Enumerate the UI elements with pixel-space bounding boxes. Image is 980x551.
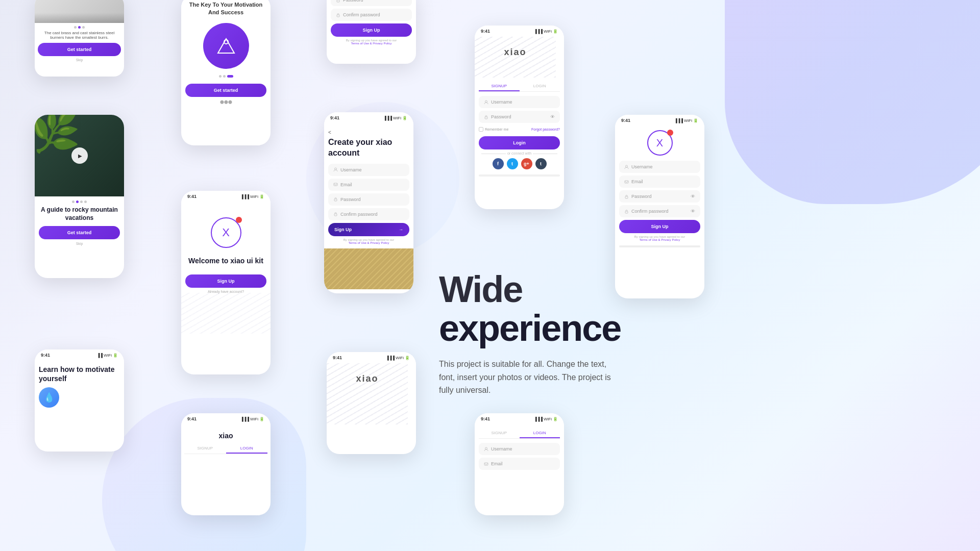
time-3: 9:41 (41, 353, 50, 358)
phone-welcome: 9:41 ▐▐▐WiFi🔋 X Welcome to xiao ui kit S… (181, 191, 271, 374)
svg-rect-9 (485, 117, 487, 119)
signup-arrow-btn-7[interactable]: Sign Up → (328, 223, 409, 236)
password-field-7[interactable]: Password (328, 193, 409, 206)
email-field-7[interactable]: Email (328, 179, 409, 191)
tumblr-icon[interactable]: t (535, 158, 547, 169)
back-arrow-7[interactable]: < (328, 128, 409, 137)
signup-btn-12[interactable]: Sign Up (619, 220, 700, 233)
time-10: 9:41 (333, 355, 342, 360)
description-text: This project is suitable for all. Change… (439, 358, 612, 397)
phone-mountain: The Key To Your Motivation And Success G… (181, 0, 271, 145)
svg-rect-4 (334, 199, 337, 201)
terms-7: By signing up you have agreed to our Ter… (328, 238, 409, 244)
time-9: 9:41 (481, 29, 490, 34)
progress-bar-9 (479, 174, 560, 177)
time-11: 9:41 (481, 416, 490, 421)
remember-checkbox-9[interactable] (479, 127, 483, 132)
welcome-title: Welcome to xiao ui kit (188, 256, 263, 266)
phone-xiao-bottom: 9:41 ▐▐▐WiFi🔋 xiao (327, 352, 416, 454)
signup-btn-5[interactable]: Sign Up (185, 274, 266, 288)
time-7: 9:41 (330, 115, 339, 120)
username-field-9[interactable]: Username (479, 96, 560, 108)
status-icons-6: ▐▐▐WiFi🔋 (240, 417, 264, 421)
confirm-password-field-7[interactable]: Confirm password (328, 208, 409, 220)
svg-point-12 (626, 165, 628, 167)
twitter-icon[interactable]: t (507, 158, 518, 169)
bottom-bar-12 (619, 245, 700, 247)
username-field-11[interactable]: Username (479, 443, 560, 455)
xiao-brand-6: xiao (184, 428, 267, 444)
product-desc: The cast brass and cast stainless steel … (38, 31, 121, 40)
confirm-password-field-12[interactable]: Confirm password 👁 (619, 205, 700, 217)
main-text-area: Wide experience This project is suitable… (439, 270, 643, 397)
stripe-decoration-7 (324, 248, 413, 289)
svg-rect-5 (334, 214, 337, 216)
signup-btn-8[interactable]: Sign Up (331, 23, 412, 37)
svg-rect-6 (337, 0, 339, 2)
skip-2[interactable]: Skip (39, 242, 120, 245)
tab-login-6[interactable]: LOGIN (226, 444, 268, 454)
headline-wide: Wide experience (439, 270, 643, 347)
terms-12: By signing up you have agreed to our Ter… (619, 235, 700, 241)
svg-point-2 (335, 168, 337, 170)
svg-point-8 (485, 101, 487, 103)
skip-1[interactable]: Skip (38, 58, 121, 62)
status-icons-5: ▐▐▐WiFi🔋 (240, 194, 264, 199)
facebook-icon[interactable]: f (493, 158, 504, 169)
xiao-brand-10: xiao (327, 363, 408, 389)
svg-rect-15 (625, 211, 628, 213)
login-btn-9[interactable]: Login (479, 136, 560, 149)
remember-label-9: Remember me (485, 128, 508, 131)
time-5: 9:41 (187, 194, 197, 199)
forgot-link-9[interactable]: Forgot password? (531, 128, 560, 131)
get-started-btn-2[interactable]: Get started (39, 226, 120, 239)
tab-signup-9[interactable]: SIGNUP (479, 82, 520, 91)
phone-signup-small: 9:41 ▐▐▐WiFi🔋 xiao SIGNUP LOGIN (181, 413, 271, 515)
password-field-8[interactable]: Password (331, 0, 412, 6)
tab-signup-6[interactable]: SIGNUP (184, 444, 226, 454)
username-field-12[interactable]: Username (619, 161, 700, 173)
email-field-12[interactable]: Email (619, 176, 700, 188)
svg-rect-11 (484, 463, 488, 465)
or-connect-9: or connect with (479, 152, 560, 155)
phone-motivate-bottom: 9:41 ▐▐WiFi🔋 Learn how to motivate yours… (35, 349, 124, 452)
status-icons-3: ▐▐WiFi🔋 (97, 353, 118, 358)
phone-signup-top: Password Confirm password Sign Up By sig… (327, 0, 416, 64)
remember-row-9: Remember me Forgot password? (479, 126, 560, 133)
terms-8: By signing up you have agreed to our Ter… (331, 39, 412, 45)
googleplus-icon[interactable]: g+ (521, 158, 532, 169)
confirm-password-field-8[interactable]: Confirm password (331, 9, 412, 21)
status-icons-7: ▐▐▐WiFi🔋 (383, 116, 407, 120)
phone-create-account: 9:41 ▐▐▐WiFi🔋 < Create your xiao account… (324, 112, 413, 293)
status-icons-9: ▐▐▐WiFi🔋 (534, 29, 558, 34)
username-field-7[interactable]: Username (328, 164, 409, 176)
tab-login-9[interactable]: LOGIN (520, 82, 560, 91)
mountain-title: The Key To Your Motivation And Success (185, 1, 266, 17)
time-12: 9:41 (621, 118, 630, 123)
svg-rect-14 (625, 196, 628, 198)
create-account-title: Create your xiao account (328, 137, 409, 159)
status-icons-10: ▐▐▐WiFi🔋 (386, 356, 410, 360)
social-icons-9: f t g+ t (479, 158, 560, 169)
svg-rect-13 (625, 181, 628, 183)
svg-rect-3 (334, 183, 337, 186)
phone-login-bottom: 9:41 ▐▐▐WiFi🔋 SIGNUP LOGIN Username Emai… (475, 413, 564, 515)
rocky-title: A guide to rocky mountain vacations (39, 206, 120, 222)
time-6: 9:41 (187, 416, 197, 421)
tab-signup-11[interactable]: SIGNUP (479, 429, 520, 438)
status-icons-11: ▐▐▐WiFi🔋 (534, 417, 558, 421)
password-field-12[interactable]: Password 👁 (619, 190, 700, 203)
svg-marker-0 (218, 39, 234, 53)
get-started-btn-4[interactable]: Get started (185, 84, 266, 97)
phone-product: The cast brass and cast stainless steel … (35, 0, 124, 77)
status-icons-12: ▐▐▐WiFi🔋 (674, 118, 698, 123)
get-started-btn-1[interactable]: Get started (38, 43, 121, 56)
svg-point-10 (485, 447, 487, 449)
tab-login-11[interactable]: LOGIN (520, 429, 560, 438)
svg-rect-7 (337, 15, 339, 17)
xiao-brand-9: xiao (475, 37, 556, 63)
email-field-11[interactable]: Email (479, 458, 560, 470)
phone-login: 9:41 ▐▐▐WiFi🔋 xiao SIGNUP LOGIN Username… (475, 26, 564, 209)
password-field-9[interactable]: Password 👁 (479, 111, 560, 123)
phone-rocky-mountain: ▶ A guide to rocky mountain vacations Ge… (35, 115, 124, 278)
